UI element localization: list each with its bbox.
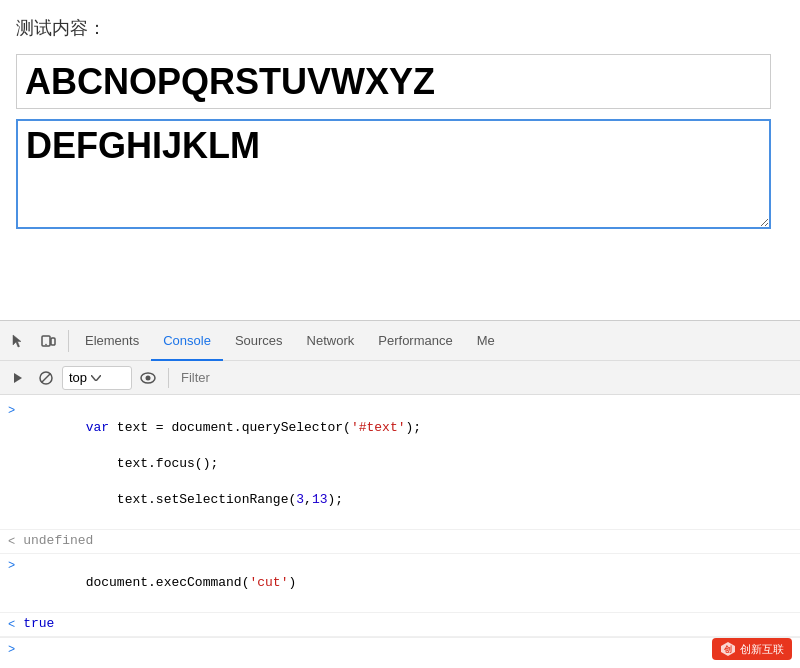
console-row-1: > var text = document.querySelector('#te…: [0, 399, 800, 530]
console-code-1: var text = document.querySelector('#text…: [23, 401, 792, 527]
devtools-panel: Elements Console Sources Network Perform…: [0, 320, 800, 668]
select-element-icon[interactable]: [4, 327, 32, 355]
page-area: 测试内容： DEFGHIJKLM: [0, 0, 800, 320]
svg-text:创: 创: [723, 645, 732, 654]
input-arrow-1: >: [8, 402, 15, 420]
watermark-icon: 创: [720, 641, 736, 657]
clear-console-icon[interactable]: [34, 366, 58, 390]
tab-sources[interactable]: Sources: [223, 321, 295, 361]
tab-elements[interactable]: Elements: [73, 321, 151, 361]
svg-point-2: [45, 343, 47, 345]
console-row-4: < true: [0, 613, 800, 637]
eye-icon[interactable]: [136, 366, 160, 390]
console-output-2: true: [23, 615, 792, 633]
console-filter-input[interactable]: [177, 370, 794, 385]
output-arrow-1: <: [8, 533, 15, 551]
watermark-text: 创新互联: [740, 642, 784, 657]
text-input-first[interactable]: [16, 54, 771, 109]
console-row-2: < undefined: [0, 530, 800, 554]
input-prompt-arrow: >: [8, 643, 15, 657]
tab-console[interactable]: Console: [151, 321, 223, 361]
tab-separator: [68, 330, 69, 352]
watermark: 创 创新互联: [712, 638, 792, 660]
output-arrow-2: <: [8, 616, 15, 634]
context-value: top: [69, 370, 87, 385]
devtools-tab-bar: Elements Console Sources Network Perform…: [0, 321, 800, 361]
tab-network[interactable]: Network: [295, 321, 367, 361]
execute-icon[interactable]: [6, 366, 30, 390]
tab-more[interactable]: Me: [465, 321, 507, 361]
svg-rect-1: [51, 338, 55, 345]
console-row-3: > document.execCommand('cut'): [0, 554, 800, 613]
chevron-down-icon: [91, 375, 101, 381]
input-arrow-2: >: [8, 557, 15, 575]
svg-point-7: [146, 375, 151, 380]
text-input-second[interactable]: DEFGHIJKLM: [16, 119, 771, 229]
console-input-row: >: [0, 637, 800, 661]
tab-performance[interactable]: Performance: [366, 321, 464, 361]
toolbar-divider: [168, 368, 169, 388]
context-selector[interactable]: top: [62, 366, 132, 390]
console-input[interactable]: [23, 642, 792, 657]
console-output-1: undefined: [23, 532, 792, 550]
console-toolbar: top: [0, 361, 800, 395]
svg-line-5: [42, 373, 51, 382]
device-mode-icon[interactable]: [34, 327, 62, 355]
console-code-2: document.execCommand('cut'): [23, 556, 792, 610]
page-label: 测试内容：: [16, 16, 784, 40]
console-output: > var text = document.querySelector('#te…: [0, 395, 800, 668]
svg-marker-3: [14, 373, 22, 383]
